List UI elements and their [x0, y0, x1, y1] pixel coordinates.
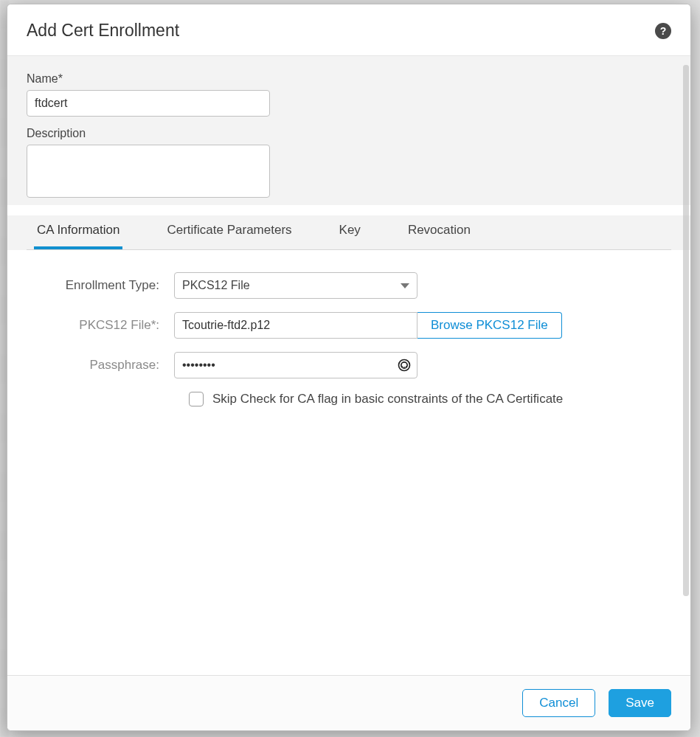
tab-ca-information[interactable]: CA Information	[34, 215, 122, 249]
tab-key[interactable]: Key	[336, 215, 364, 249]
passphrase-input[interactable]	[174, 352, 417, 378]
description-textarea[interactable]	[27, 145, 270, 198]
enrollment-type-select[interactable]: PKCS12 File	[174, 272, 417, 299]
name-label: Name*	[27, 72, 671, 86]
name-input[interactable]	[27, 90, 270, 117]
scrollbar[interactable]	[683, 65, 689, 596]
enrollment-type-value: PKCS12 File	[182, 279, 250, 292]
save-button[interactable]: Save	[609, 689, 671, 717]
tabs: CA Information Certificate Parameters Ke…	[27, 215, 671, 250]
tab-certificate-parameters[interactable]: Certificate Parameters	[164, 215, 294, 249]
skip-check-label: Skip Check for CA flag in basic constrai…	[212, 392, 563, 406]
browse-pkcs12-button[interactable]: Browse PKCS12 File	[417, 312, 562, 339]
pkcs12-file-label: PKCS12 File*:	[27, 318, 174, 333]
help-icon[interactable]: ?	[655, 23, 671, 39]
ca-information-panel: Enrollment Type: PKCS12 File PKCS12 File…	[7, 250, 690, 634]
add-cert-enrollment-dialog: Add Cert Enrollment ? Name* Description …	[7, 4, 691, 731]
svg-point-2	[402, 366, 403, 367]
dialog-footer: Cancel Save	[7, 675, 690, 730]
svg-point-3	[403, 367, 404, 367]
tabs-wrap: CA Information Certificate Parameters Ke…	[7, 215, 690, 250]
chevron-down-icon	[401, 283, 409, 288]
dialog-header: Add Cert Enrollment ?	[7, 4, 690, 56]
svg-point-4	[406, 366, 406, 367]
tab-revocation[interactable]: Revocation	[405, 215, 474, 249]
description-label: Description	[27, 127, 671, 140]
reveal-password-icon[interactable]	[395, 356, 413, 374]
cancel-button[interactable]: Cancel	[522, 689, 595, 717]
upper-form-area: Name* Description	[7, 56, 690, 205]
enrollment-type-label: Enrollment Type:	[27, 278, 174, 293]
dialog-title: Add Cert Enrollment	[27, 21, 179, 41]
svg-point-0	[399, 360, 410, 371]
skip-check-checkbox[interactable]	[189, 392, 204, 406]
pkcs12-file-input[interactable]	[174, 312, 417, 339]
passphrase-label: Passphrase:	[27, 358, 174, 373]
